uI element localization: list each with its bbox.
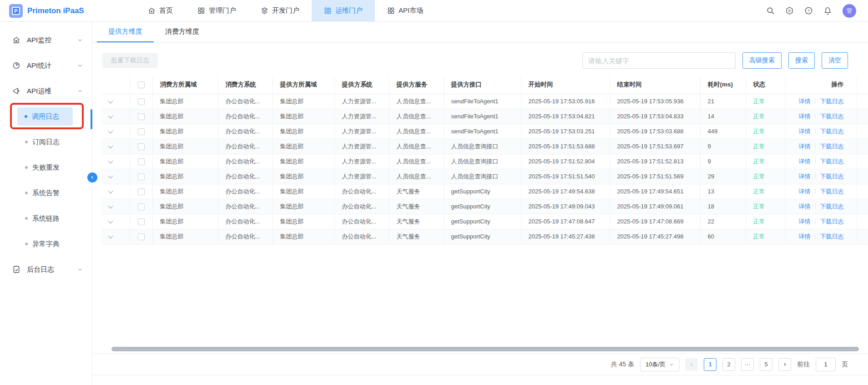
- sidebar-item-api-ops[interactable]: API运维: [0, 78, 92, 104]
- download-log-link[interactable]: 下载日志: [820, 218, 844, 225]
- row-checkbox[interactable]: [138, 173, 145, 180]
- nav-item-home[interactable]: 首页: [136, 0, 185, 21]
- expand-row-icon[interactable]: [108, 203, 113, 208]
- expand-row-icon[interactable]: [108, 173, 113, 178]
- table-row: 集团总部办公自动化... 集团总部人力资源管... 人员信息查...sendFi…: [102, 94, 868, 109]
- keyword-search-input[interactable]: [582, 52, 736, 69]
- sidebar-item-subscription-logs[interactable]: 订阅日志: [0, 129, 92, 155]
- row-checkbox[interactable]: [138, 158, 145, 165]
- expand-row-icon[interactable]: [108, 158, 113, 163]
- sidebar-item-api-stats[interactable]: API统计: [0, 53, 92, 78]
- nav-item-admin-portal[interactable]: 管理门户: [185, 0, 248, 21]
- bullet-dot-icon: [25, 243, 28, 245]
- row-checkbox[interactable]: [138, 203, 145, 210]
- download-log-link[interactable]: 下载日志: [820, 233, 844, 240]
- sidebar-item-system-trace[interactable]: 系统链路: [0, 206, 92, 231]
- detail-link[interactable]: 详情: [799, 128, 811, 135]
- detail-link[interactable]: 详情: [799, 203, 811, 210]
- status-badge: 正常: [753, 143, 765, 150]
- tab-provider-dimension[interactable]: 提供方维度: [97, 22, 154, 42]
- row-checkbox[interactable]: [138, 143, 145, 150]
- top-right-icons: AI ? 管: [766, 0, 868, 21]
- page-size-select[interactable]: 10条/页: [640, 358, 679, 371]
- document-check-icon: [12, 265, 20, 274]
- download-log-link[interactable]: 下载日志: [820, 203, 844, 210]
- chevron-right-icon: [782, 362, 787, 367]
- expand-row-icon[interactable]: [108, 188, 113, 193]
- detail-link[interactable]: 详情: [799, 98, 811, 105]
- search-icon[interactable]: [766, 6, 775, 15]
- next-page-button[interactable]: [778, 358, 791, 371]
- table-row: 集团总部办公自动化... 集团总部人力资源管... 人员信息查...sendFi…: [102, 124, 868, 139]
- expand-row-icon[interactable]: [108, 113, 113, 118]
- expand-row-icon[interactable]: [108, 233, 113, 238]
- status-badge: 正常: [753, 173, 765, 180]
- col-consumer-domain: 消费方所属域: [152, 76, 218, 94]
- col-provider-system: 提供方系统: [334, 76, 389, 94]
- nav-item-ops-portal[interactable]: 运维门户: [312, 0, 375, 21]
- horizontal-scrollbar-thumb[interactable]: [111, 347, 859, 351]
- goto-page-input[interactable]: [816, 358, 836, 371]
- sidebar-item-failure-retry[interactable]: 失败重发: [0, 155, 92, 180]
- detail-link[interactable]: 详情: [799, 233, 811, 240]
- sidebar-item-api-monitor[interactable]: API监控: [0, 27, 92, 53]
- grid-icon: [324, 7, 332, 15]
- status-badge: 正常: [753, 158, 765, 165]
- download-log-link[interactable]: 下载日志: [820, 143, 844, 150]
- row-checkbox[interactable]: [138, 233, 145, 240]
- detail-link[interactable]: 详情: [799, 158, 811, 165]
- expand-row-icon[interactable]: [108, 128, 113, 133]
- select-all-checkbox[interactable]: [138, 81, 145, 88]
- sidebar-item-system-alerts[interactable]: 系统告警: [0, 180, 92, 206]
- user-avatar[interactable]: 管: [843, 4, 856, 18]
- tab-consumer-dimension[interactable]: 消费方维度: [154, 22, 211, 42]
- expand-row-icon[interactable]: [108, 218, 113, 223]
- download-log-link[interactable]: 下载日志: [820, 173, 844, 180]
- status-badge: 正常: [753, 203, 765, 210]
- download-log-link[interactable]: 下载日志: [820, 113, 844, 120]
- row-checkbox[interactable]: [138, 98, 145, 105]
- page-button-1[interactable]: 1: [704, 358, 717, 371]
- grid-icon: [387, 7, 395, 15]
- detail-link[interactable]: 详情: [799, 143, 811, 150]
- detail-link[interactable]: 详情: [799, 113, 811, 120]
- expand-row-icon[interactable]: [108, 98, 113, 103]
- row-checkbox[interactable]: [138, 128, 145, 135]
- sidebar-item-exception-dict[interactable]: 异常字典: [0, 231, 92, 257]
- row-checkbox[interactable]: [138, 218, 145, 225]
- detail-link[interactable]: 详情: [799, 218, 811, 225]
- clear-button[interactable]: 清空: [822, 52, 848, 69]
- nav-item-dev-portal[interactable]: 开发门户: [248, 0, 312, 21]
- prev-page-button[interactable]: [685, 358, 698, 371]
- detail-link[interactable]: 详情: [799, 188, 811, 195]
- primeton-logo-icon: P: [9, 4, 23, 18]
- page-button-5[interactable]: 5: [760, 358, 772, 371]
- row-checkbox[interactable]: [138, 113, 145, 120]
- bell-icon[interactable]: [823, 6, 832, 15]
- nav-item-api-market[interactable]: API市场: [375, 0, 435, 21]
- help-icon[interactable]: ?: [804, 6, 813, 15]
- advanced-search-button[interactable]: 高级搜索: [742, 52, 782, 69]
- batch-download-button[interactable]: 批量下载日志: [102, 53, 158, 68]
- detail-link[interactable]: 详情: [799, 173, 811, 180]
- ai-assistant-icon[interactable]: AI: [785, 6, 794, 15]
- download-log-link[interactable]: 下载日志: [820, 98, 844, 105]
- chevron-left-icon: [689, 362, 694, 367]
- download-log-link[interactable]: 下载日志: [820, 128, 844, 135]
- row-checkbox[interactable]: [138, 188, 145, 195]
- page-button-2[interactable]: 2: [722, 358, 735, 371]
- table-row: 集团总部办公自动化... 集团总部办公自动化... 天气服务getSupport…: [102, 184, 868, 199]
- log-table-container: 消费方所属域 消费方系统 提供方所属域 提供方系统 提供方服务 提供方接口 开始…: [102, 76, 868, 352]
- page-ellipsis-button[interactable]: ···: [741, 358, 754, 371]
- sidebar-item-call-logs[interactable]: 调用日志: [0, 104, 92, 129]
- status-badge: 正常: [753, 113, 765, 120]
- download-log-link[interactable]: 下载日志: [820, 158, 844, 165]
- sidebar-collapse-button[interactable]: [87, 172, 97, 182]
- download-log-link[interactable]: 下载日志: [820, 188, 844, 195]
- expand-row-icon[interactable]: [108, 143, 113, 148]
- goto-prefix-label: 前往: [797, 360, 810, 369]
- search-button[interactable]: 搜索: [788, 52, 815, 69]
- bullet-dot-icon: [25, 115, 27, 118]
- sidebar-item-backend-logs[interactable]: 后台日志: [0, 257, 92, 282]
- table-row: 集团总部办公自动化... 集团总部人力资源管... 人员信息查...sendFi…: [102, 109, 868, 124]
